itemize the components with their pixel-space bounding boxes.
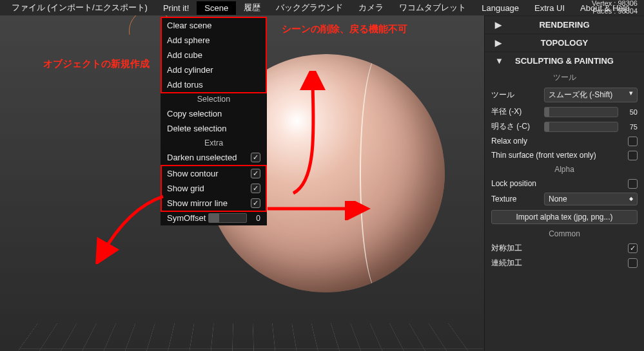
tool-label: ツール [491,90,544,100]
symoffset-value: 0 [249,214,260,223]
mirror-seam [360,54,398,292]
dropdown-show-group: Show contour ✓ Show grid ✓ Show mirror l… [161,165,267,212]
sym-checkbox[interactable]: ✓ [628,243,638,253]
caret-down-icon: ▼ [495,56,503,66]
menu-background[interactable]: バックグラウンド [268,0,351,15]
radius-label: 半径 (-X) [491,106,544,117]
stat-vertex: Vertex : 98306 [592,0,638,7]
brightness-label: 明るさ (-C) [491,121,544,132]
menu-print[interactable]: Print it! [155,1,197,15]
radius-slider[interactable] [544,107,618,117]
import-alpha-button[interactable]: Import alpha tex (jpg, png...) [491,210,638,224]
tool-select-row: ツール スムーズ化 (-Shift) [485,86,644,104]
tool-header: ツール [485,70,644,86]
symoffset-row[interactable]: SymOffset 0 [162,211,266,225]
menu-darken-unselected[interactable]: Darken unselected ✓ [162,150,266,165]
menu-camera[interactable]: カメラ [351,0,391,15]
check-darken[interactable]: ✓ [251,153,260,162]
menubar: ファイル (インポート/エクスポート) Print it! Scene 履歴 バ… [0,0,644,15]
thin-label: Thin surface (front vertex only) [491,151,596,160]
menu-wacom[interactable]: ワコムタブレット [391,0,474,15]
section-topology[interactable]: ▶ TOPOLOGY [485,33,644,52]
tool-select[interactable]: スムーズ化 (-Shift) [544,88,638,102]
lock-row[interactable]: Lock position [485,176,644,191]
menu-show-grid[interactable]: Show grid ✓ [162,181,266,196]
texture-select[interactable]: None [544,193,638,205]
check-grid[interactable]: ✓ [251,184,260,193]
texture-label: Texture [491,194,544,204]
caret-right-icon: ▶ [495,20,502,30]
relax-row[interactable]: Relax only [485,134,644,148]
menu-clear-scene[interactable]: Clear scene [162,18,266,33]
common-header: Common [485,227,644,241]
alpha-header: Alpha [485,162,644,176]
sym-row[interactable]: 対称加工 ✓ [485,241,644,256]
menu-language[interactable]: Language [474,1,527,15]
menu-scene[interactable]: Scene [197,1,236,15]
stat-faces: Faces : 98304 [592,7,638,15]
sym-label: 対称加工 [491,243,522,254]
annotation-delete-warning: シーンの削除、戻る機能不可 [282,23,407,35]
menu-add-cube[interactable]: Add cube [162,48,266,62]
cont-checkbox[interactable] [628,258,638,268]
lock-checkbox[interactable] [628,179,638,189]
menu-delete-selection[interactable]: Delete selection [162,121,266,136]
grid-floor [0,323,484,351]
lock-label: Lock position [491,179,536,188]
menu-history[interactable]: 履歴 [236,0,268,15]
menu-extraui[interactable]: Extra UI [527,1,572,15]
section-rendering[interactable]: ▶ RENDERING [485,15,644,33]
symoffset-label: SymOffset [167,213,206,223]
menu-show-contour[interactable]: Show contour ✓ [162,166,266,181]
menu-copy-selection[interactable]: Copy selection [162,106,266,121]
menu-file[interactable]: ファイル (インポート/エクスポート) [4,0,155,15]
selection-header: Selection [162,92,266,106]
thin-checkbox[interactable] [628,151,638,160]
relax-checkbox[interactable] [628,137,638,146]
symoffset-slider[interactable] [208,213,247,223]
annotation-new-object: オブジェクトの新規作成 [43,58,150,70]
right-panel: ▶ RENDERING ▶ TOPOLOGY ▼ SCULPTING & PAI… [484,15,644,351]
cont-label: 連続加工 [491,258,522,269]
brightness-row: 明るさ (-C) 75 [485,119,644,134]
check-mirror[interactable]: ✓ [251,198,260,208]
menu-show-mirror[interactable]: Show mirror line ✓ [162,196,266,211]
radius-value: 50 [622,108,638,116]
brightness-value: 75 [622,123,638,131]
menu-add-torus[interactable]: Add torus [162,77,266,92]
brightness-slider[interactable] [544,122,618,132]
check-contour[interactable]: ✓ [251,169,260,178]
caret-right-icon: ▶ [495,38,502,48]
thin-row[interactable]: Thin surface (front vertex only) [485,148,644,162]
dropdown-add-group: Clear scene Add sphere Add cube Add cyli… [161,17,267,93]
scene-dropdown: Clear scene Add sphere Add cube Add cyli… [161,17,267,225]
stats-readout: Vertex : 98306 Faces : 98304 [592,0,638,15]
texture-row: Texture None [485,191,644,207]
cont-row[interactable]: 連続加工 [485,256,644,270]
menu-add-cylinder[interactable]: Add cylinder [162,62,266,77]
relax-label: Relax only [491,137,527,146]
menu-add-sphere[interactable]: Add sphere [162,33,266,48]
section-sculpting[interactable]: ▼ SCULPTING & PAINTING [485,52,644,70]
extra-header: Extra [162,136,266,150]
radius-row: 半径 (-X) 50 [485,104,644,119]
